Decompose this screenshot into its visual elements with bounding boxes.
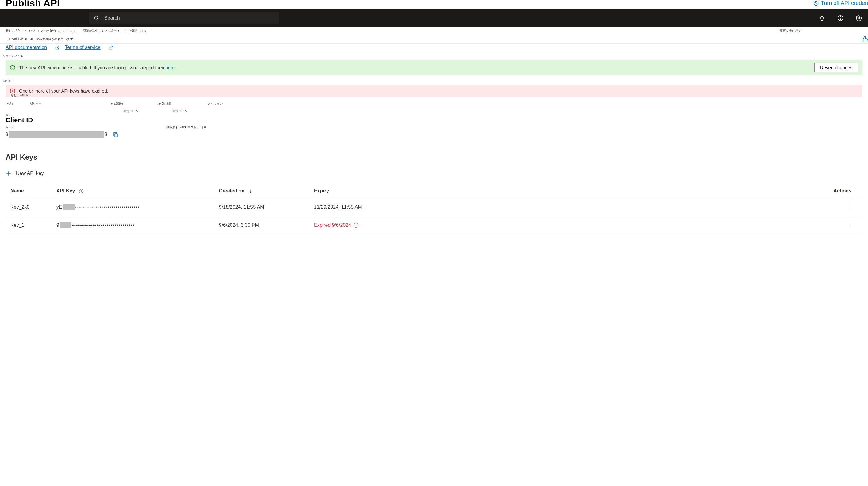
settings-icon[interactable]	[856, 15, 862, 21]
error-banner: One or more of your API keys have expire…	[5, 85, 863, 97]
jp-new-api-key-label: 新しい API キー	[11, 94, 31, 97]
client-id-value: 9 3	[5, 131, 107, 138]
svg-line-3	[97, 19, 98, 20]
redacted-value	[9, 131, 104, 138]
svg-point-20	[849, 208, 849, 209]
table-header: Name API Key Created on Expiry Actions	[5, 184, 863, 198]
api-keys-heading: API Keys	[0, 138, 868, 166]
key-expiry: 11/29/2024, 11:55 AM	[314, 204, 415, 210]
redacted-value	[60, 223, 71, 228]
jp-time-row: 午前 11:55 午前 11:55	[0, 108, 868, 114]
links-row: API documentation Terms of service	[0, 43, 868, 53]
help-icon[interactable]	[837, 15, 843, 21]
svg-point-2	[94, 16, 98, 20]
search-container[interactable]	[89, 12, 279, 24]
error-text: One or more of your API keys have expire…	[19, 88, 108, 94]
key-name: Key_1	[10, 223, 56, 228]
svg-point-22	[849, 225, 849, 226]
new-api-key-button[interactable]: New API key	[0, 166, 868, 181]
report-here-link[interactable]: here	[165, 65, 175, 70]
api-keys-table: Name API Key Created on Expiry Actions K…	[0, 181, 868, 234]
key-expiry-expired: Expired 9/6/2024 i	[314, 223, 415, 228]
key-value: yE ••••••••••••••••••••••••••••••••	[56, 204, 219, 210]
notifications-icon[interactable]	[819, 15, 825, 21]
external-link-icon	[55, 45, 61, 50]
row-actions-icon[interactable]	[846, 204, 851, 209]
table-row: Key_2x0 yE •••••••••••••••••••••••••••••…	[5, 198, 863, 216]
row-actions-icon[interactable]	[846, 223, 851, 228]
key-value: 9 •••••••••••••••••••••••••••••••	[56, 223, 219, 228]
jp-info-bar-2: 1 つ以上の API キーの有効期限が切れています。	[0, 35, 868, 43]
svg-point-5	[840, 19, 840, 20]
column-name[interactable]: Name	[10, 188, 56, 194]
turn-off-credentials-link[interactable]: Turn off API creden	[813, 0, 868, 6]
svg-point-23	[849, 226, 849, 227]
column-created[interactable]: Created on	[219, 188, 314, 194]
client-id-section: キー Client ID キー 1 期限切れ 2024 年 9 月 6 日 0 …	[0, 114, 868, 138]
info-icon[interactable]	[79, 188, 84, 193]
plus-icon	[5, 170, 12, 176]
svg-line-1	[815, 2, 817, 5]
key-name: Key_2x0	[10, 204, 56, 210]
column-key[interactable]: API Key	[56, 188, 219, 194]
copy-icon[interactable]	[113, 132, 118, 138]
top-bar	[0, 9, 868, 27]
jp-info-bar-1: 新しい API エクスペリエンスが有効になっています。 問題が発生している場合は…	[0, 27, 868, 35]
jp-api-key-label: API キー	[0, 78, 868, 84]
search-input[interactable]	[104, 15, 274, 21]
client-id-heading: Client ID	[5, 116, 863, 124]
error-circle-icon	[10, 88, 15, 94]
column-actions: Actions	[833, 188, 858, 194]
svg-point-18	[849, 205, 849, 206]
check-circle-icon	[10, 65, 15, 70]
expired-info-icon[interactable]: i	[353, 223, 359, 228]
success-banner: The new API experience is enabled. If yo…	[5, 60, 863, 75]
jp-client-id-label: クライアント ID	[0, 53, 868, 59]
svg-point-16	[81, 190, 81, 190]
sort-descending-icon	[248, 188, 253, 193]
api-documentation-link[interactable]: API documentation	[5, 45, 47, 50]
table-row: Key_1 9 ••••••••••••••••••••••••••••••• …	[5, 216, 863, 234]
search-icon	[94, 15, 99, 21]
external-link-icon	[108, 45, 113, 50]
key-created: 9/6/2024, 3:30 PM	[219, 223, 314, 228]
terms-of-service-link[interactable]: Terms of service	[65, 45, 100, 50]
svg-rect-11	[115, 134, 118, 137]
jp-table-header: 名前 API キー 作成日時 有効 期限 アクション	[0, 100, 868, 108]
key-created: 9/18/2024, 11:55 AM	[219, 204, 314, 210]
redacted-value	[63, 204, 74, 210]
thumbs-up-icon[interactable]	[861, 36, 868, 42]
svg-point-19	[849, 207, 849, 208]
svg-point-6	[858, 18, 860, 19]
column-expiry[interactable]: Expiry	[314, 188, 415, 194]
page-title-partial: Publish API	[0, 0, 65, 9]
success-text: The new API experience is enabled. If yo…	[19, 65, 165, 70]
svg-point-21	[849, 224, 849, 224]
revert-changes-button[interactable]: Revert changes	[814, 63, 858, 72]
